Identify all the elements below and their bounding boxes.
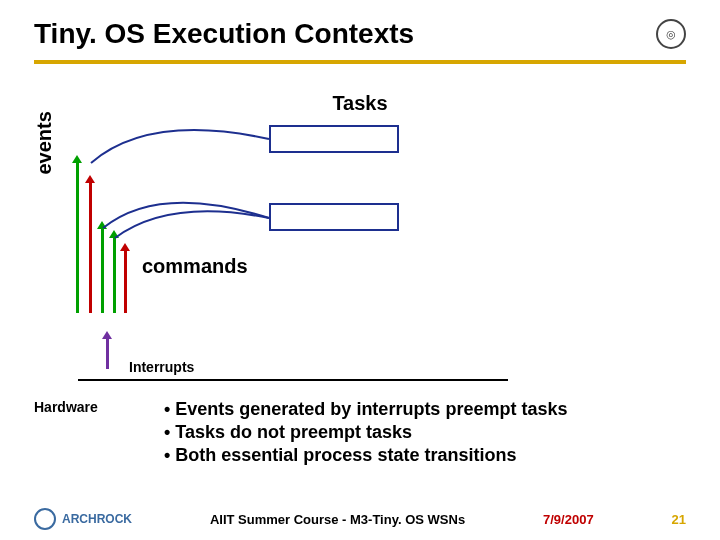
- slide-title: Tiny. OS Execution Contexts: [34, 18, 414, 50]
- footer-center-text: AIIT Summer Course - M3-Tiny. OS WSNs: [210, 512, 465, 527]
- interrupts-label: Interrupts: [129, 329, 686, 375]
- events-axis-label: events: [33, 111, 56, 174]
- footer-page-number: 21: [672, 512, 686, 527]
- commands-label: commands: [142, 255, 248, 278]
- footer: ARCHROCK AIIT Summer Course - M3-Tiny. O…: [0, 508, 720, 530]
- seal-icon: ◎: [656, 19, 686, 49]
- bullet-item: Events generated by interrupts preempt t…: [164, 399, 567, 420]
- hardware-divider: [78, 379, 508, 381]
- bullet-item: Both essential process state transitions: [164, 445, 567, 466]
- bullet-list: Events generated by interrupts preempt t…: [164, 399, 567, 468]
- title-underline: [34, 60, 686, 64]
- event-arrow-green: [76, 163, 79, 313]
- interrupt-arrow: [106, 339, 109, 369]
- footer-date: 7/9/2007: [543, 512, 594, 527]
- tasks-label: Tasks: [34, 92, 686, 115]
- footer-logo-text: ARCHROCK: [62, 512, 132, 526]
- footer-logo: ARCHROCK: [34, 508, 132, 530]
- hardware-label: Hardware: [34, 399, 134, 415]
- bullet-item: Tasks do not preempt tasks: [164, 422, 567, 443]
- diagram-area: events commands: [34, 123, 686, 323]
- logo-circle-icon: [34, 508, 56, 530]
- connector-curves: [89, 123, 289, 323]
